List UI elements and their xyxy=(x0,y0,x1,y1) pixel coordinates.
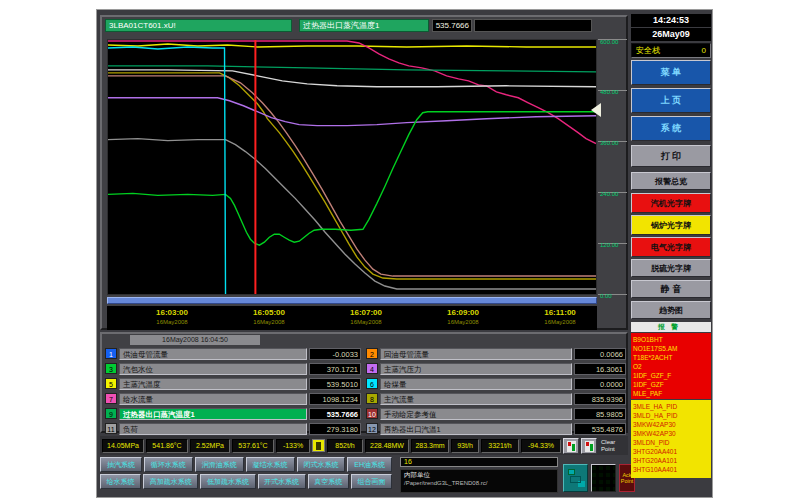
x-axis-time: 16:09:00 xyxy=(428,308,498,317)
value-scale: 600.00480.00360.00240.00120.000.00 xyxy=(598,39,628,301)
alarm-entry[interactable]: O2 xyxy=(633,362,711,371)
nav-button[interactable]: 循环水系统 xyxy=(144,457,193,472)
nav-button[interactable]: 给水系统 xyxy=(100,474,141,489)
nav-button[interactable]: 凝结水系统 xyxy=(246,457,295,472)
nav-button[interactable]: 组合画面 xyxy=(351,474,392,489)
legend-row[interactable]: 7给水流量1098.1234 xyxy=(105,392,361,405)
status-value-box: -94.33% xyxy=(521,439,561,453)
pen-name: 手动给定参考值 xyxy=(380,408,572,420)
pen-value: 535.7666 xyxy=(309,408,361,420)
legend-row[interactable]: 5主蒸汽温度539.5010 xyxy=(105,377,361,390)
alarm-entry[interactable]: 3HTG20AA101 xyxy=(633,456,711,465)
info-line-2: /Paper/trendG3L_TREND08.rc/ xyxy=(404,480,557,486)
status-value-box: 228.48MW xyxy=(365,439,409,453)
x-axis-date: 16May2008 xyxy=(234,319,304,325)
pen-color-chip: 11 xyxy=(105,423,117,434)
pen-scale-marker-icon[interactable] xyxy=(591,103,601,117)
legend-row[interactable]: 10手动给定参考值85.9805 xyxy=(366,407,626,420)
alarm-entry[interactable]: 1IDF_GZF_F xyxy=(633,371,711,380)
boiler-annunciator-button[interactable]: 锅炉光字牌 xyxy=(631,215,711,235)
command-input[interactable]: 16 xyxy=(400,457,558,467)
legend-row[interactable]: 4主蒸汽压力16.3061 xyxy=(366,362,626,375)
alarm-list-critical[interactable]: B9O1BHTNO1E17S5.AMT18E*2ACHTO21IDF_GZF_F… xyxy=(631,333,711,399)
pen-main-steam-temp xyxy=(108,44,596,47)
legend-row[interactable]: 1供油母管流量-0.0033 xyxy=(105,347,361,360)
legend-row[interactable]: 3汽包水位370.1721 xyxy=(105,362,361,375)
desulf-annunciator-button[interactable]: 脱硫光字牌 xyxy=(631,259,711,277)
alarm-entry[interactable]: 3MKW42AP30 xyxy=(633,429,711,438)
turbine-annunciator-button[interactable]: 汽机光字牌 xyxy=(631,193,711,213)
pen-tag-field[interactable]: 3LBA01CT601.xU! xyxy=(105,19,292,32)
alarm-list-header: 报警 xyxy=(631,322,711,332)
alarm-entry[interactable]: 1IDF_GZF xyxy=(633,380,711,389)
alarm-entry[interactable]: T18E*2ACHT xyxy=(633,353,711,362)
alarm-entry[interactable]: 3MLE_HA_PID xyxy=(633,402,711,411)
pump-status-icon[interactable] xyxy=(312,439,325,452)
alarm-entry[interactable]: NO1E17S5.AM xyxy=(633,344,711,353)
safety-stack-count: 0 xyxy=(702,44,706,57)
nav-button[interactable]: 高加疏水系统 xyxy=(143,474,198,489)
pen-value: 539.5010 xyxy=(309,378,361,390)
pen-name: 给煤量 xyxy=(380,378,572,390)
pen-color-chip: 5 xyxy=(105,378,117,389)
alarm-entry[interactable]: MLE_PAF xyxy=(633,389,711,398)
menu-button[interactable]: 菜 单 xyxy=(631,60,711,85)
legend-column-right: 2回油母管流量0.00664主蒸汽压力16.30616给煤量0.00008主汽流… xyxy=(366,347,626,435)
legend-row[interactable]: 9过热器出口蒸汽温度1535.7666 xyxy=(105,407,361,420)
clear-point-label[interactable]: Clear Point xyxy=(601,439,625,453)
mute-button[interactable]: 静 音 xyxy=(631,280,711,298)
pen-drum-level xyxy=(108,139,596,289)
alarm-entry[interactable]: B9O1BHT xyxy=(633,335,711,344)
scale-label: 480.00 xyxy=(600,89,627,95)
pen-color-chip: 4 xyxy=(366,363,378,374)
legend-row[interactable]: 2回油母管流量0.0066 xyxy=(366,347,626,360)
pen-name: 供油母管流量 xyxy=(119,348,307,360)
gauge-button[interactable] xyxy=(563,438,579,454)
pen-name-field[interactable]: 过热器出口蒸汽温度1 xyxy=(299,19,429,32)
grid-view-button[interactable] xyxy=(591,464,616,492)
pen-extra-box xyxy=(474,19,592,32)
pen-color-chip: 10 xyxy=(366,408,378,419)
alarm-overview-button[interactable]: 报警总览 xyxy=(631,172,711,190)
nav-button[interactable]: 抽汽系统 xyxy=(100,457,142,472)
nav-button[interactable]: 低加疏水系统 xyxy=(200,474,255,489)
nav-button[interactable]: EH油系统 xyxy=(347,457,392,472)
nav-button[interactable]: 真空系统 xyxy=(308,474,349,489)
pen-value: 835.9396 xyxy=(574,393,626,405)
system-button[interactable]: 系 统 xyxy=(631,116,711,141)
alarm-entry[interactable]: 3MLD_HA_PID xyxy=(633,411,711,420)
nav-button[interactable]: 闭式水系统 xyxy=(297,457,346,472)
flow-diagram-icon-frame xyxy=(570,476,581,483)
alarm-entry[interactable]: 3HTG10AA401 xyxy=(633,465,711,474)
pen-value: 535.4876 xyxy=(574,423,626,435)
info-line-1: 内部单位 xyxy=(404,471,557,480)
x-axis-date: 16May2008 xyxy=(525,319,595,325)
flow-diagram-button[interactable] xyxy=(563,464,588,492)
nav-button[interactable]: 润滑油系统 xyxy=(195,457,244,472)
pen-name: 负荷 xyxy=(119,423,307,435)
status-value-box: 14.05MPa xyxy=(102,439,144,453)
trend-page-button[interactable]: 趋势图 xyxy=(631,301,711,319)
gauge-button[interactable] xyxy=(581,438,597,454)
prev-page-button[interactable]: 上 页 xyxy=(631,88,711,113)
time-scrollbar[interactable] xyxy=(107,297,597,304)
sidebar: 14:24:53 26May09 安全栈 0 菜 单 上 页 系 统 打 印 报… xyxy=(630,12,712,492)
legend-row[interactable]: 8主汽流量835.9396 xyxy=(366,392,626,405)
alarm-entry[interactable]: 3MKW42AP30 xyxy=(633,420,711,429)
pen-value: 85.9805 xyxy=(574,408,626,420)
legend-row[interactable]: 12再热器出口汽温1535.4876 xyxy=(366,422,626,435)
nav-button[interactable]: 开式水系统 xyxy=(258,474,306,489)
scale-label: 240.00 xyxy=(600,191,627,197)
trend-plot[interactable] xyxy=(107,39,597,295)
legend-row[interactable]: 11负荷279.3180 xyxy=(105,422,361,435)
legend-row[interactable]: 6给煤量0.0000 xyxy=(366,377,626,390)
alarm-entry[interactable]: 3HTG20AA401 xyxy=(633,447,711,456)
gauge-red-bar-icon xyxy=(568,442,571,446)
alarm-list-warning[interactable]: 3MLE_HA_PID3MLD_HA_PID3MKW42AP303MKW42AP… xyxy=(631,400,711,478)
gauge-green-bar-icon xyxy=(572,444,575,451)
alarm-entry[interactable]: 3MLDN_PID xyxy=(633,438,711,447)
print-button[interactable]: 打 印 xyxy=(631,145,711,167)
electric-annunciator-button[interactable]: 电气光字牌 xyxy=(631,237,711,257)
pen-name: 主蒸汽温度 xyxy=(119,378,307,390)
pen-color-chip: 7 xyxy=(105,393,117,404)
